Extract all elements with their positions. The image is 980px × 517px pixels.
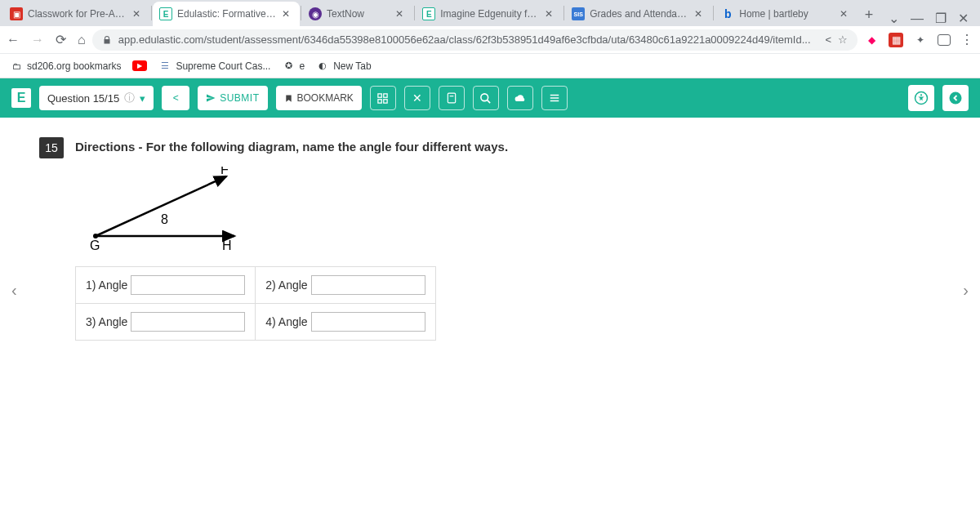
table-row: 3) Angle 4) Angle bbox=[76, 304, 436, 341]
tab-textnow[interactable]: ◉ TextNow ✕ bbox=[302, 2, 413, 26]
save-exit-button[interactable] bbox=[942, 85, 969, 111]
label-F: F bbox=[220, 167, 229, 176]
reload-icon[interactable]: ⟳ bbox=[56, 32, 66, 47]
table-row: 1) Angle 2) Angle bbox=[76, 267, 436, 304]
angle-input-4[interactable] bbox=[311, 312, 425, 332]
svg-line-7 bbox=[488, 100, 491, 103]
angle-input-2[interactable] bbox=[311, 275, 425, 295]
submit-button[interactable]: SUBMIT bbox=[198, 86, 267, 110]
list-icon: ☰ bbox=[158, 60, 172, 73]
window-controls: ⌄ — ❐ ✕ bbox=[880, 11, 977, 26]
close-icon[interactable]: ✕ bbox=[694, 8, 706, 20]
bookmark-youtube[interactable]: ▶ bbox=[132, 60, 147, 71]
question-content: ‹ › 15 Directions - For the following di… bbox=[0, 118, 980, 517]
svg-point-6 bbox=[481, 93, 488, 100]
close-window-icon[interactable]: ✕ bbox=[958, 11, 969, 26]
question-number-badge: 15 bbox=[39, 137, 64, 158]
answer-label: 1) Angle bbox=[86, 279, 127, 292]
tab-grades[interactable]: SIS Grades and Attendance ✕ bbox=[565, 2, 712, 26]
diagram-container: G H F 8 bbox=[75, 167, 941, 256]
bookmark-e[interactable]: ✪ e bbox=[282, 60, 305, 73]
favicon-edulastic: E bbox=[159, 7, 172, 20]
tab-separator bbox=[713, 6, 714, 20]
menu-lines-icon bbox=[548, 92, 561, 104]
close-icon[interactable]: ✕ bbox=[545, 8, 556, 20]
calculator-icon bbox=[446, 91, 457, 105]
url-text: app.edulastic.com/student/assessment/634… bbox=[118, 33, 811, 46]
forward-icon[interactable]: → bbox=[31, 33, 44, 47]
minimize-icon[interactable]: — bbox=[911, 11, 924, 26]
tab-label: Imagine Edgenuity for S bbox=[440, 8, 540, 20]
chevron-left-icon: < bbox=[173, 92, 179, 104]
zoom-button[interactable] bbox=[473, 86, 499, 110]
calculator-button[interactable] bbox=[439, 86, 465, 110]
tab-label: Classwork for Pre-AP G bbox=[28, 8, 127, 20]
edulastic-header: E • Question 15/15 ⓘ ▾ < SUBMIT BOOKMARK… bbox=[0, 78, 980, 118]
tab-separator bbox=[564, 6, 564, 20]
tab-edgenuity[interactable]: E Imagine Edgenuity for S ✕ bbox=[416, 2, 563, 26]
restore-icon[interactable]: ❐ bbox=[935, 11, 947, 26]
address-bar-row: ← → ⟳ ⌂ app.edulastic.com/student/assess… bbox=[0, 26, 980, 54]
clear-button[interactable]: ✕ bbox=[404, 86, 430, 110]
grid-button[interactable] bbox=[370, 86, 396, 110]
nav-icons: ← → ⟳ ⌂ bbox=[7, 32, 86, 47]
svg-rect-1 bbox=[384, 93, 387, 96]
edulastic-logo[interactable]: E • bbox=[11, 88, 31, 108]
question-header: 15 Directions - For the following diagra… bbox=[39, 137, 941, 158]
ext-icon-1[interactable]: ◆ bbox=[864, 33, 879, 47]
bookmark-label: sd206.org bookmarks bbox=[27, 60, 121, 72]
url-bar[interactable]: app.edulastic.com/student/assessment/634… bbox=[92, 29, 858, 51]
new-tab-button[interactable]: + bbox=[858, 3, 880, 26]
bookmark-button[interactable]: BOOKMARK bbox=[276, 86, 362, 110]
angle-input-1[interactable] bbox=[131, 275, 245, 295]
prev-chevron[interactable]: ‹ bbox=[11, 281, 17, 300]
question-directions: Directions - For the following diagram, … bbox=[75, 137, 508, 154]
logo-letter: E bbox=[17, 91, 26, 105]
back-icon[interactable]: ← bbox=[7, 33, 20, 47]
svg-point-12 bbox=[920, 94, 922, 96]
home-icon[interactable]: ⌂ bbox=[78, 33, 86, 47]
svg-line-15 bbox=[96, 176, 226, 236]
tab-bartleby[interactable]: b Home | bartleby ✕ bbox=[715, 2, 858, 26]
star-icon[interactable]: ☆ bbox=[838, 33, 848, 46]
menu-icon[interactable]: ⋮ bbox=[960, 32, 973, 47]
accessibility-icon bbox=[914, 91, 929, 105]
tab-label: Edulastic: Formative an bbox=[177, 8, 277, 20]
tab-classwork[interactable]: ▣ Classwork for Pre-AP G ✕ bbox=[3, 2, 150, 26]
close-icon[interactable]: ✕ bbox=[282, 8, 293, 20]
menu-lines-button[interactable] bbox=[541, 86, 568, 110]
prev-question-button[interactable]: < bbox=[162, 86, 189, 110]
tab-separator bbox=[414, 6, 415, 20]
favicon-textnow: ◉ bbox=[309, 7, 322, 20]
bookmark-supreme-court[interactable]: ☰ Supreme Court Cas... bbox=[158, 60, 270, 73]
next-chevron[interactable]: › bbox=[963, 281, 969, 300]
answer-label: 3) Angle bbox=[86, 315, 127, 328]
close-icon[interactable]: ✕ bbox=[840, 8, 851, 20]
cloud-button[interactable] bbox=[507, 86, 533, 110]
accessibility-button[interactable] bbox=[908, 85, 934, 111]
tab-separator bbox=[151, 6, 152, 20]
ext-icon-2[interactable]: ▦ bbox=[889, 33, 903, 47]
bookmark-label: Supreme Court Cas... bbox=[176, 60, 270, 72]
tab-label: TextNow bbox=[327, 8, 390, 20]
question-indicator[interactable]: Question 15/15 ⓘ ▾ bbox=[39, 86, 154, 110]
side-panel-icon[interactable] bbox=[938, 34, 951, 46]
send-icon bbox=[206, 93, 216, 103]
extensions-icon[interactable]: ✦ bbox=[913, 33, 928, 47]
tab-edulastic[interactable]: E Edulastic: Formative an ✕ bbox=[153, 2, 300, 26]
favicon-bartleby: b bbox=[721, 7, 734, 20]
alert-icon: ⓘ bbox=[124, 91, 135, 105]
submit-label: SUBMIT bbox=[220, 92, 259, 104]
close-icon[interactable]: ✕ bbox=[395, 8, 407, 20]
chevron-down-icon[interactable]: ⌄ bbox=[889, 11, 899, 26]
close-icon[interactable]: ✕ bbox=[132, 8, 144, 20]
angle-input-3[interactable] bbox=[131, 312, 245, 332]
chevron-down-icon: ▾ bbox=[140, 92, 145, 105]
extension-icons: ◆ ▦ ✦ ⋮ bbox=[864, 32, 973, 47]
bookmark-new-tab[interactable]: ◐ New Tab bbox=[316, 60, 371, 73]
label-G: G bbox=[90, 238, 100, 252]
share-icon[interactable]: < bbox=[825, 33, 831, 46]
bookmark-label: BOOKMARK bbox=[297, 92, 354, 104]
bookmark-sd206[interactable]: 🗀 sd206.org bookmarks bbox=[10, 60, 121, 73]
answer-label: 4) Angle bbox=[265, 315, 307, 328]
